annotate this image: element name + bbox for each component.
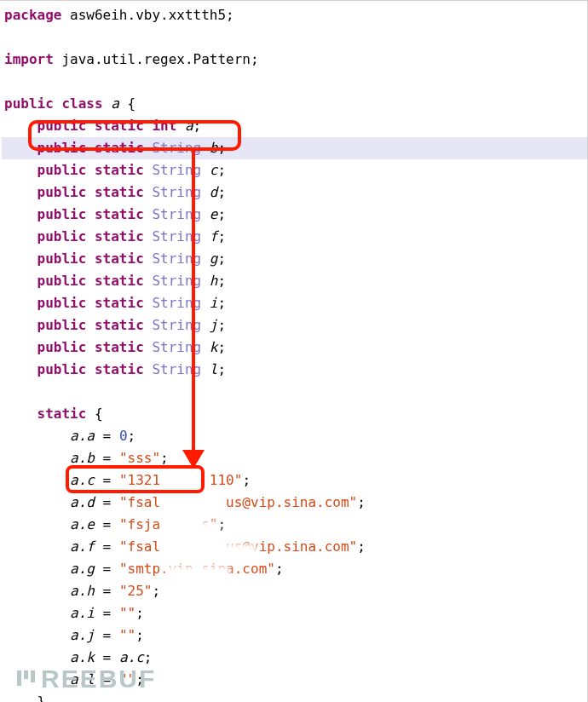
code-line-assignment: a.i = ""; xyxy=(2,602,587,624)
brace-open: { xyxy=(95,406,103,422)
keyword-public: public xyxy=(37,162,87,178)
semicolon: ; xyxy=(128,428,136,444)
keyword-public: public xyxy=(37,339,87,355)
code-line-field: public static String l; xyxy=(2,359,587,381)
code-line-assignment: a.h = "25"; xyxy=(2,580,587,602)
package-name: asw6eih.vby.xxttth5; xyxy=(61,7,233,23)
lhs: a.e xyxy=(70,516,95,532)
code-line-assignment: a.c = "1321 110"; xyxy=(2,469,587,492)
keyword-public: public xyxy=(37,140,87,156)
keyword-public: public xyxy=(37,228,87,245)
code-line-field: public static String j; xyxy=(2,314,587,337)
code-line-assignment: a.k = a.c; xyxy=(2,647,587,669)
semicolon: ; xyxy=(217,339,226,355)
semicolon: ; xyxy=(217,250,226,267)
rhs: "fsja s" xyxy=(119,516,218,532)
rhs: "25" xyxy=(119,583,153,599)
code-line-assignment: a.j = ""; xyxy=(2,624,587,647)
keyword-public: public xyxy=(4,95,54,112)
type-string: String xyxy=(152,339,201,355)
rhs: "" xyxy=(119,627,135,643)
lhs: a.g xyxy=(70,561,95,577)
keyword-class: class xyxy=(61,95,102,112)
lhs: a.h xyxy=(70,583,95,599)
keyword-static: static xyxy=(95,162,144,178)
lhs: a.c xyxy=(70,472,95,488)
operator-equals: = xyxy=(95,428,119,444)
semicolon: ; xyxy=(193,118,202,134)
type-string: String xyxy=(152,140,201,156)
code-line-field: public static String e; xyxy=(2,204,587,226)
keyword-public: public xyxy=(37,118,87,134)
semicolon: ; xyxy=(135,627,144,643)
type-string: String xyxy=(152,250,201,267)
operator-equals: = xyxy=(95,516,119,532)
semicolon: ; xyxy=(217,295,226,311)
keyword-public: public xyxy=(37,361,87,377)
code-line: } xyxy=(2,691,587,702)
keyword-static: static xyxy=(95,273,144,289)
semicolon: ; xyxy=(357,494,366,510)
code-line-field: public static String c; xyxy=(2,159,587,181)
operator-equals: = xyxy=(95,671,119,688)
rhs: "1321 110" xyxy=(119,472,243,488)
keyword-static: static xyxy=(37,406,87,422)
keyword-static: static xyxy=(95,228,144,245)
code-line-assignment: a.d = "fsal us@vip.sina.com"; xyxy=(2,492,587,514)
keyword-static: static xyxy=(95,295,144,311)
code-line-field: public static String k; xyxy=(2,337,587,359)
code-line: package asw6eih.vby.xxttth5; xyxy=(2,4,587,26)
type-string: String xyxy=(152,184,201,200)
semicolon: ; xyxy=(357,538,366,555)
semicolon: ; xyxy=(242,472,251,488)
semicolon: ; xyxy=(217,140,226,156)
code-line-field: public static String i; xyxy=(2,292,587,314)
type-string: String xyxy=(152,295,201,311)
operator-equals: = xyxy=(95,494,119,510)
brace-close: } xyxy=(37,693,46,702)
semicolon: ; xyxy=(217,228,226,245)
code-line: public class a { xyxy=(2,93,587,115)
semicolon: ; xyxy=(152,583,160,599)
semicolon: ; xyxy=(160,450,169,466)
import-name: java.util.regex.Pattern; xyxy=(54,51,259,67)
code-line-blank xyxy=(2,26,587,49)
keyword-static: static xyxy=(95,361,144,377)
operator-equals: = xyxy=(95,649,119,665)
semicolon: ; xyxy=(217,361,226,377)
class-name: a xyxy=(103,95,128,112)
code-line-assignment: a.g = "smtp.vip.sina.com"; xyxy=(2,558,587,580)
lhs: a.b xyxy=(70,450,95,466)
code-line-field: public static String d; xyxy=(2,181,587,204)
code-line-blank xyxy=(2,71,587,93)
field-name: a xyxy=(185,118,193,134)
semicolon: ; xyxy=(217,184,226,200)
code-line-assignment: a.l = ""; xyxy=(2,669,587,691)
operator-equals: = xyxy=(95,605,119,621)
type-string: String xyxy=(152,206,201,222)
keyword-package: package xyxy=(4,7,61,23)
type-string: String xyxy=(152,162,201,178)
lhs: a.j xyxy=(70,627,95,643)
semicolon: ; xyxy=(217,516,226,532)
semicolon: ; xyxy=(135,671,144,688)
keyword-public: public xyxy=(37,250,87,267)
rhs: "smtp.vip.sina.com" xyxy=(119,561,275,577)
rhs: 0 xyxy=(119,428,128,444)
type-string: String xyxy=(152,317,201,333)
lhs: a.a xyxy=(70,428,95,444)
rhs: "" xyxy=(119,671,135,688)
semicolon: ; xyxy=(275,561,284,577)
operator-equals: = xyxy=(95,561,119,577)
keyword-public: public xyxy=(37,184,87,200)
keyword-int: int xyxy=(152,118,176,134)
semicolon: ; xyxy=(217,273,226,289)
code-line-assignment: a.f = "fsal us@vip.sina.com"; xyxy=(2,536,587,558)
code-line-assignment: a.b = "sss"; xyxy=(2,447,587,469)
lhs: a.d xyxy=(70,494,95,510)
semicolon: ; xyxy=(217,162,226,178)
operator-equals: = xyxy=(95,627,119,643)
keyword-public: public xyxy=(37,273,87,289)
keyword-static: static xyxy=(95,317,144,333)
code-line-assignment: a.a = 0; xyxy=(2,425,587,447)
